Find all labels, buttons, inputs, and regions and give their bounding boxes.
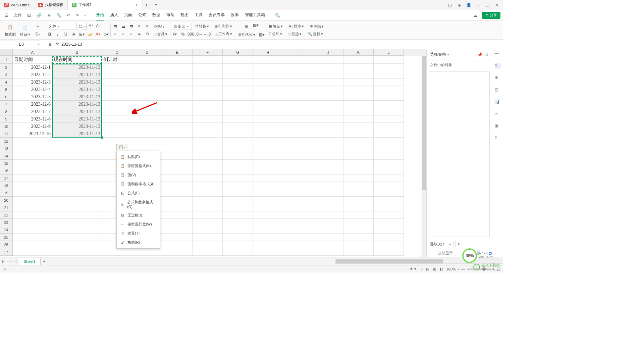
convert-button[interactable]: ⇄ 转换 ▾ [194, 23, 210, 30]
cell[interactable] [132, 56, 162, 64]
cell[interactable]: 2023-11-13 [52, 123, 102, 130]
workbook-tab[interactable]: S 工作簿1 • [68, 0, 142, 10]
cell[interactable] [52, 234, 102, 241]
cell[interactable] [162, 241, 193, 248]
share-button[interactable]: ⇪分享 [482, 12, 500, 19]
cell[interactable] [253, 226, 283, 234]
cell[interactable] [313, 101, 343, 108]
cell[interactable] [132, 130, 162, 138]
cell[interactable] [374, 93, 404, 101]
cell[interactable] [13, 145, 52, 152]
justify-icon[interactable]: ≣ [136, 31, 142, 37]
paste-label[interactable]: 粘贴 ▾ [20, 32, 30, 37]
help-icon[interactable]: ? [495, 136, 501, 142]
more-icon[interactable]: ⋯ [495, 148, 501, 154]
cell[interactable] [162, 56, 193, 64]
cell[interactable] [193, 123, 223, 130]
tab-menu-button[interactable]: ▾ [151, 3, 161, 7]
cell[interactable] [13, 189, 52, 197]
cell[interactable] [374, 130, 404, 138]
move-down-button[interactable]: ▾ [455, 241, 462, 247]
cell[interactable] [13, 234, 52, 241]
new-tab-button[interactable]: + [142, 2, 151, 8]
cell[interactable] [313, 197, 343, 204]
cell[interactable] [102, 93, 132, 101]
increase-font-icon[interactable]: A⁺ [88, 23, 94, 29]
cell[interactable] [313, 115, 343, 123]
cell[interactable] [283, 248, 313, 256]
cell[interactable] [162, 64, 193, 71]
cell[interactable] [193, 241, 223, 248]
settings-icon[interactable]: ⚙ [495, 75, 501, 81]
status-mode-icon[interactable]: ⊞ [3, 267, 6, 271]
tab-smart[interactable]: 智能工具箱 [245, 10, 265, 20]
cell[interactable] [193, 115, 223, 123]
cell[interactable] [374, 189, 404, 197]
vertical-scrollbar[interactable] [422, 56, 426, 257]
cell[interactable] [343, 197, 374, 204]
cell[interactable]: 2023-11-13 [52, 130, 102, 138]
cell[interactable] [374, 182, 404, 189]
cell[interactable] [13, 226, 52, 234]
prev-sheet-icon[interactable]: < [6, 259, 8, 263]
menu-no-border[interactable]: ⊟无边框(B) [117, 211, 160, 220]
cell[interactable] [374, 56, 404, 64]
align-top-icon[interactable]: ⬒ [112, 23, 118, 29]
rowcol-button[interactable]: ⊞ 行和列 ▾ [213, 23, 233, 30]
object-list[interactable] [429, 71, 490, 237]
cell[interactable] [283, 115, 313, 123]
cell[interactable] [343, 79, 374, 86]
cell[interactable] [253, 189, 283, 197]
cell[interactable] [193, 226, 223, 234]
cell[interactable] [283, 226, 313, 234]
cell[interactable] [253, 204, 283, 211]
cell[interactable] [253, 123, 283, 130]
cell[interactable]: 2023-12-8 [13, 115, 52, 123]
cell[interactable]: 2023-12-7 [13, 108, 52, 115]
row-header[interactable]: 27 [0, 248, 13, 256]
fill-button[interactable]: ⊞ 填充 ▾ [268, 23, 284, 30]
cell[interactable] [52, 145, 102, 152]
cell[interactable] [253, 93, 283, 101]
cell[interactable] [193, 189, 223, 197]
font-size-select[interactable]: 11▾ [76, 23, 87, 30]
cell[interactable] [193, 160, 223, 167]
cell[interactable] [132, 138, 162, 145]
row-header[interactable]: 1 [0, 56, 13, 64]
last-sheet-icon[interactable]: >I [13, 259, 16, 263]
cell[interactable] [313, 248, 343, 256]
percent-icon[interactable]: % [180, 31, 186, 37]
cell[interactable] [343, 64, 374, 71]
cell[interactable] [313, 130, 343, 138]
cell[interactable] [223, 160, 253, 167]
cell[interactable] [162, 145, 193, 152]
cell[interactable] [162, 226, 193, 234]
cell[interactable] [343, 174, 374, 182]
cell[interactable] [253, 101, 283, 108]
row-header[interactable]: 16 [0, 167, 13, 174]
cell[interactable] [343, 138, 374, 145]
cell[interactable] [374, 197, 404, 204]
cell[interactable] [193, 182, 223, 189]
name-box[interactable]: B3 ▾ [2, 41, 42, 48]
cell[interactable] [223, 115, 253, 123]
row-header[interactable]: 15 [0, 160, 13, 167]
cell[interactable] [283, 101, 313, 108]
cell[interactable] [102, 86, 132, 93]
cell[interactable] [374, 219, 404, 226]
cell[interactable] [13, 241, 52, 248]
menu-formula-number-format[interactable]: fx公式和数字格式(O) [117, 198, 160, 211]
cell[interactable] [223, 182, 253, 189]
cell[interactable] [223, 86, 253, 93]
view-reading-icon[interactable]: ◧ [439, 267, 443, 271]
cell[interactable] [253, 197, 283, 204]
col-header[interactable]: J [313, 49, 343, 56]
row-header[interactable]: 7 [0, 101, 13, 108]
find-button[interactable]: 🔍 查找 ▾ [306, 31, 324, 37]
move-up-button[interactable]: ▴ [447, 241, 453, 247]
cell[interactable] [223, 211, 253, 219]
cell[interactable] [343, 145, 374, 152]
cell[interactable] [313, 145, 343, 152]
clear-format-icon[interactable]: ◇▾ [103, 31, 109, 37]
italic-icon[interactable]: I [55, 31, 61, 37]
